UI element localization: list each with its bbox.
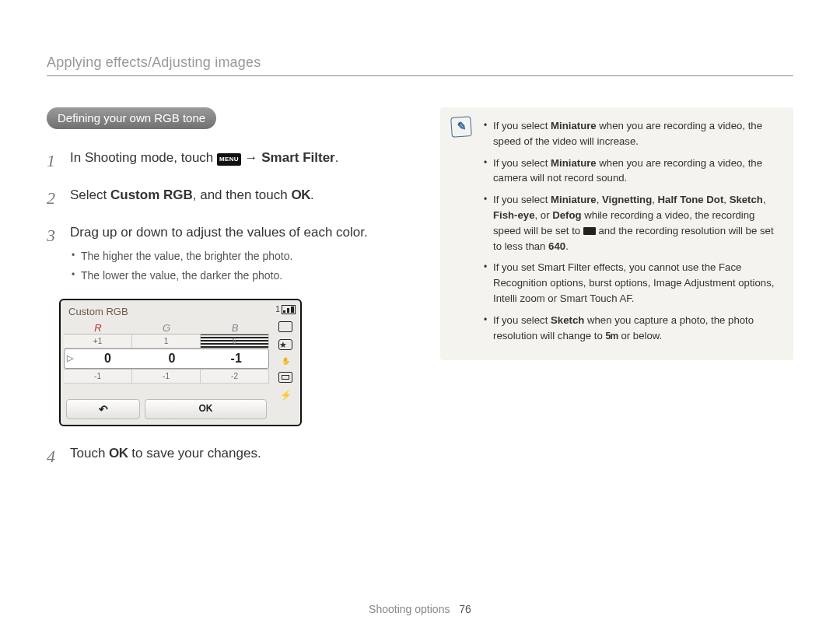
ok-icon: OK — [291, 187, 310, 202]
step-number: 3 — [47, 222, 61, 288]
steps-list-cont: 4 Touch OK to save your changes. — [47, 443, 418, 470]
note-item: If you select Miniature, Vignetting, Hal… — [484, 192, 779, 254]
page-footer: Shooting options 76 — [0, 603, 840, 615]
flash-icon: ⚡ — [280, 390, 292, 401]
note-item: If you set Smart Filter effects, you can… — [484, 260, 779, 306]
camera-title: Custom RGB — [64, 303, 269, 322]
camera-side-icons: 1 ★ ✋ ⚡ — [274, 303, 297, 422]
section-title-pill: Defining your own RGB tone — [47, 107, 216, 129]
camera-back-button[interactable]: ↶ — [66, 399, 140, 419]
rgb-r-below: -1 — [64, 370, 132, 384]
step-number: 1 — [47, 148, 61, 174]
note-item: If you select Miniature when you are rec… — [484, 118, 779, 149]
rgb-b-value: -1 — [204, 349, 268, 368]
quality-icon: ★ — [278, 339, 292, 350]
steps-list: 1 In Shooting mode, touch MENU → Smart F… — [47, 148, 418, 288]
step-number: 4 — [47, 443, 61, 470]
breadcrumb: Applying effects/Adjusting images — [47, 54, 793, 76]
camera-counter: 1 — [275, 305, 280, 313]
left-column: Defining your own RGB tone 1 In Shooting… — [47, 107, 418, 481]
camera-ok-button[interactable]: OK — [145, 399, 267, 419]
info-note-box: ✎ If you select Miniature when you are r… — [440, 107, 793, 360]
step-3: Drag up or down to adjust the values of … — [70, 222, 418, 288]
rgb-b-below: -2 — [201, 370, 269, 384]
note-icon: ✎ — [450, 116, 472, 138]
rgb-r-value: 0 — [75, 349, 140, 368]
step-4: Touch OK to save your changes. — [70, 443, 418, 470]
page-number: 76 — [459, 603, 471, 615]
rgb-g-below: -1 — [132, 370, 201, 384]
ok-icon: OK — [109, 446, 128, 461]
step-1: In Shooting mode, touch MENU → Smart Fil… — [70, 148, 418, 174]
step-2: Select Custom RGB, and then touch OK. — [70, 185, 418, 212]
rgb-head-g: G — [132, 322, 201, 334]
rgb-b-above: 6 — [201, 335, 269, 349]
photo-size-icon — [278, 321, 292, 332]
rgb-head-b: B — [201, 322, 269, 334]
triangle-icon: ▷ — [65, 349, 75, 368]
rgb-g-above: 1 — [132, 335, 201, 349]
recording-speed-icon — [583, 227, 596, 235]
af-area-icon — [278, 372, 292, 383]
note-item: If you select Miniature when you are rec… — [484, 156, 779, 187]
ois-icon: ✋ — [282, 357, 290, 365]
camera-custom-rgb-screenshot: Custom RGB R G B +1 1 6 ▷ 0 0 — [59, 299, 302, 426]
rgb-head-r: R — [64, 322, 132, 334]
menu-icon: MENU — [217, 153, 241, 166]
battery-icon — [282, 305, 296, 314]
right-column: ✎ If you select Miniature when you are r… — [440, 107, 793, 481]
note-item: If you select Sketch when you capture a … — [484, 313, 779, 344]
step-3-sub: The higher the value, the brighter the p… — [70, 248, 418, 265]
footer-section-label: Shooting options — [369, 603, 450, 615]
step-3-sub: The lower the value, the darker the phot… — [70, 268, 418, 285]
resolution-5m-icon: 5m — [605, 331, 618, 342]
rgb-g-value: 0 — [140, 349, 205, 368]
rgb-r-above: +1 — [64, 335, 132, 349]
step-number: 2 — [47, 185, 61, 212]
